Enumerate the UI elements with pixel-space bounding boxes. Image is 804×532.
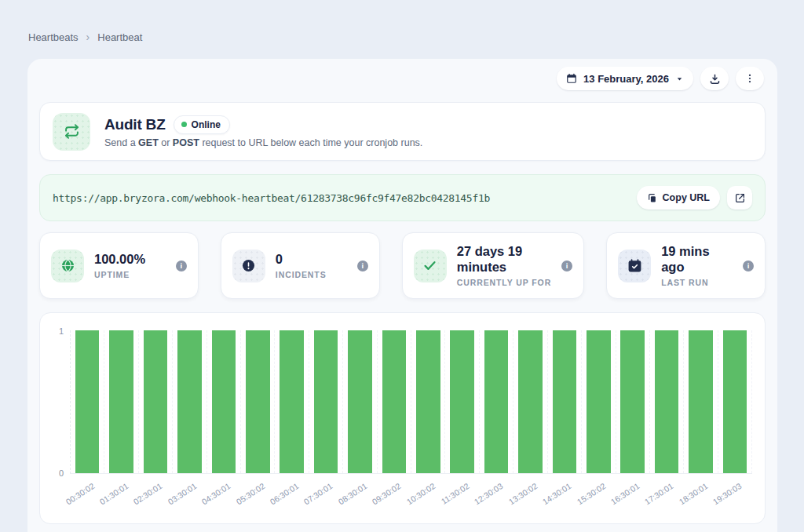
x-axis-label: 16:30:01 — [609, 481, 641, 506]
more-options-button[interactable] — [736, 67, 764, 90]
stat-value: 0 — [276, 252, 327, 268]
x-axis-label: 04:30:01 — [200, 481, 232, 506]
chart-bar[interactable] — [144, 330, 168, 473]
chart-bar-slot: 06:30:01 — [275, 330, 309, 473]
main-panel: 13 February, 2026 Audit BZ — [27, 59, 777, 532]
chart-bar-slot: 07:30:01 — [309, 330, 343, 473]
chart-bar[interactable] — [212, 330, 236, 473]
chart-bar[interactable] — [484, 330, 509, 473]
chart-bar-slot: 19:30:03 — [718, 330, 752, 473]
chart-bar-slot: 01:30:01 — [104, 330, 138, 473]
download-button[interactable] — [700, 67, 729, 90]
calendar-icon — [566, 73, 577, 84]
repeat-icon-tile — [53, 113, 90, 151]
x-axis-label: 17:30:01 — [643, 481, 675, 506]
chart-bar-slot: 04:30:01 — [207, 330, 241, 473]
stat-value: 19 mins ago — [661, 244, 733, 275]
x-axis-label: 09:30:02 — [371, 481, 403, 506]
x-axis-label: 14:30:01 — [541, 481, 573, 506]
chart-bar[interactable] — [553, 330, 577, 473]
repeat-icon — [64, 123, 80, 140]
stat-label: UPTIME — [94, 270, 145, 279]
stat-label: INCIDENTS — [276, 270, 327, 279]
chart-bar[interactable] — [246, 330, 270, 473]
page: { "breadcrumb": { "items": ["Heartbeats"… — [0, 0, 804, 532]
stat-card-uptime: 100.00% UPTIME i — [39, 232, 199, 299]
info-icon[interactable]: i — [357, 261, 368, 271]
x-axis-label: 19:30:03 — [711, 481, 744, 506]
uptime-chart: 1 0 00:30:0201:30:0102:30:0103:30:0104:3… — [51, 330, 752, 474]
chart-bar-slot: 03:30:01 — [173, 330, 206, 473]
chart-bar-slot: 12:30:03 — [480, 330, 513, 473]
chart-bar[interactable] — [280, 330, 304, 473]
alert-icon-tile — [232, 250, 265, 282]
chart-bar[interactable] — [723, 330, 747, 473]
date-label: 13 February, 2026 — [583, 73, 669, 85]
chart-bar[interactable] — [109, 330, 133, 473]
check-icon — [422, 258, 437, 273]
x-axis-label: 05:30:02 — [234, 481, 266, 506]
globe-icon-tile — [51, 250, 84, 282]
x-axis-label: 08:30:01 — [336, 481, 368, 506]
copy-url-button[interactable]: Copy URL — [637, 186, 720, 210]
chart-bar-slot: 11:30:02 — [445, 330, 479, 473]
chart-bar[interactable] — [75, 330, 100, 473]
breadcrumb-separator: › — [86, 31, 90, 43]
x-axis-label: 03:30:01 — [166, 481, 198, 506]
x-axis-label: 11:30:02 — [439, 481, 470, 506]
stat-card-incidents: 0 INCIDENTS i — [221, 232, 380, 299]
chart-bar[interactable] — [416, 330, 440, 473]
open-url-button[interactable] — [727, 186, 752, 210]
calendar-check-icon — [627, 258, 642, 273]
chart-bar[interactable] — [177, 330, 202, 473]
webhook-url: https://app.bryzora.com/webhook-heartbea… — [53, 192, 630, 204]
chart-bar[interactable] — [450, 330, 474, 473]
monitor-title: Audit BZ — [104, 116, 166, 133]
x-axis-label: 15:30:02 — [575, 481, 607, 506]
toolbar: 13 February, 2026 — [27, 59, 777, 90]
chart-bar[interactable] — [518, 330, 543, 473]
x-axis-label: 01:30:01 — [98, 481, 130, 506]
x-axis-label: 07:30:01 — [302, 481, 334, 506]
status-badge: Online — [174, 115, 230, 134]
chart-bar-slot: 08:30:01 — [343, 330, 377, 473]
monitor-card: Audit BZ Online Send a GET or POST reque… — [39, 102, 766, 161]
breadcrumb-item-heartbeats[interactable]: Heartbeats — [28, 31, 79, 43]
chart-bar-slot: 00:30:02 — [71, 330, 104, 473]
x-axis-label: 02:30:01 — [132, 481, 164, 506]
info-icon[interactable]: i — [561, 261, 572, 271]
chart-bar[interactable] — [314, 330, 338, 473]
stat-label: LAST RUN — [661, 278, 733, 287]
x-axis-label: 00:30:02 — [64, 481, 96, 506]
y-axis-tick-min: 0 — [59, 468, 64, 478]
alert-circle-icon — [241, 258, 256, 273]
status-dot — [181, 122, 187, 127]
breadcrumb: Heartbeats › Heartbeat — [28, 31, 142, 43]
date-picker-button[interactable]: 13 February, 2026 — [557, 67, 693, 90]
x-axis-label: 06:30:01 — [269, 481, 301, 506]
y-axis-tick-max: 1 — [59, 326, 64, 336]
breadcrumb-item-heartbeat[interactable]: Heartbeat — [97, 31, 142, 43]
chart-bar[interactable] — [655, 330, 679, 473]
chart-bar-slot: 17:30:01 — [650, 330, 684, 473]
stat-value: 27 days 19 minutes — [457, 244, 550, 275]
y-axis: 1 0 — [51, 330, 70, 474]
info-icon[interactable]: i — [176, 261, 187, 271]
info-icon[interactable]: i — [743, 261, 754, 271]
chart-bar-slot: 10:30:02 — [411, 330, 445, 473]
chart-bar[interactable] — [587, 330, 611, 473]
webhook-url-bar: https://app.bryzora.com/webhook-heartbea… — [39, 174, 766, 221]
chart-card: 1 0 00:30:0201:30:0102:30:0103:30:0104:3… — [39, 312, 766, 524]
external-link-icon — [735, 193, 745, 203]
chart-bar[interactable] — [620, 330, 645, 473]
stat-label: CURRENTLY UP FOR — [457, 278, 551, 287]
globe-icon — [60, 258, 75, 273]
chart-bar[interactable] — [348, 330, 372, 473]
chevron-down-icon — [675, 75, 684, 83]
status-label: Online — [192, 119, 221, 130]
chart-bar[interactable] — [689, 330, 713, 473]
monitor-info: Audit BZ Online Send a GET or POST reque… — [104, 115, 422, 148]
chart-plot: 00:30:0201:30:0102:30:0103:30:0104:30:01… — [70, 330, 752, 474]
monitor-description: Send a GET or POST request to URL below … — [104, 137, 422, 148]
chart-bar[interactable] — [382, 330, 407, 473]
